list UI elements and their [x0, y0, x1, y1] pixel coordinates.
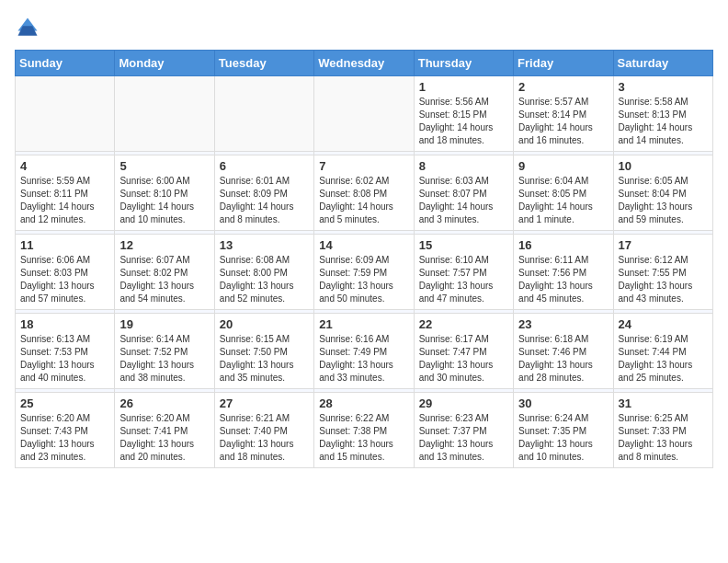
calendar-day-cell: 6Sunrise: 6:01 AMSunset: 8:09 PMDaylight… — [214, 155, 313, 231]
day-info: Sunrise: 5:58 AMSunset: 8:13 PMDaylight:… — [619, 96, 708, 147]
day-number: 14 — [319, 238, 408, 252]
calendar-day-cell: 12Sunrise: 6:07 AMSunset: 8:02 PMDayligh… — [115, 235, 214, 310]
day-info: Sunrise: 6:08 AMSunset: 8:00 PMDaylight:… — [220, 254, 309, 305]
day-number: 15 — [419, 238, 508, 252]
calendar-week-row: 11Sunrise: 6:06 AMSunset: 8:03 PMDayligh… — [16, 235, 713, 310]
day-number: 21 — [319, 317, 408, 331]
day-number: 1 — [419, 80, 508, 94]
logo-icon — [15, 15, 40, 40]
calendar-day-cell: 9Sunrise: 6:04 AMSunset: 8:05 PMDaylight… — [514, 155, 613, 231]
calendar-day-cell — [16, 76, 115, 152]
day-number: 30 — [518, 396, 608, 410]
day-info: Sunrise: 6:24 AMSunset: 7:35 PMDaylight:… — [518, 412, 608, 464]
day-header: Sunday — [16, 51, 115, 76]
day-number: 13 — [220, 238, 309, 252]
day-info: Sunrise: 6:05 AMSunset: 8:04 PMDaylight:… — [619, 175, 708, 226]
calendar-day-cell: 29Sunrise: 6:23 AMSunset: 7:37 PMDayligh… — [414, 393, 513, 468]
day-info: Sunrise: 6:14 AMSunset: 7:52 PMDaylight:… — [119, 333, 209, 385]
calendar-day-cell: 15Sunrise: 6:10 AMSunset: 7:57 PMDayligh… — [414, 235, 513, 310]
day-info: Sunrise: 6:19 AMSunset: 7:44 PMDaylight:… — [619, 333, 708, 385]
day-info: Sunrise: 6:18 AMSunset: 7:46 PMDaylight:… — [518, 333, 608, 385]
day-number: 27 — [220, 396, 309, 410]
day-info: Sunrise: 5:59 AMSunset: 8:11 PMDaylight:… — [20, 175, 109, 226]
day-number: 2 — [518, 80, 608, 94]
day-info: Sunrise: 5:57 AMSunset: 8:14 PMDaylight:… — [518, 96, 608, 147]
calendar-day-cell: 16Sunrise: 6:11 AMSunset: 7:56 PMDayligh… — [514, 235, 613, 310]
day-number: 18 — [20, 317, 109, 331]
day-number: 23 — [518, 317, 608, 331]
calendar-day-cell: 1Sunrise: 5:56 AMSunset: 8:15 PMDaylight… — [414, 76, 513, 152]
calendar-day-cell: 30Sunrise: 6:24 AMSunset: 7:35 PMDayligh… — [514, 393, 613, 468]
day-info: Sunrise: 6:04 AMSunset: 8:05 PMDaylight:… — [518, 175, 608, 226]
day-number: 31 — [619, 396, 708, 410]
day-number: 5 — [119, 159, 209, 173]
calendar-day-cell: 21Sunrise: 6:16 AMSunset: 7:49 PMDayligh… — [314, 314, 414, 389]
day-number: 22 — [419, 317, 508, 331]
calendar-week-row: 4Sunrise: 5:59 AMSunset: 8:11 PMDaylight… — [16, 155, 713, 231]
calendar-day-cell: 11Sunrise: 6:06 AMSunset: 8:03 PMDayligh… — [16, 235, 115, 310]
day-number: 8 — [419, 159, 508, 173]
calendar-day-cell: 14Sunrise: 6:09 AMSunset: 7:59 PMDayligh… — [314, 235, 414, 310]
day-info: Sunrise: 6:10 AMSunset: 7:57 PMDaylight:… — [419, 254, 508, 305]
calendar-day-cell: 25Sunrise: 6:20 AMSunset: 7:43 PMDayligh… — [16, 393, 115, 468]
calendar-day-cell: 18Sunrise: 6:13 AMSunset: 7:53 PMDayligh… — [16, 314, 115, 389]
calendar-table: SundayMondayTuesdayWednesdayThursdayFrid… — [15, 50, 713, 468]
day-number: 6 — [220, 159, 309, 173]
day-info: Sunrise: 6:02 AMSunset: 8:08 PMDaylight:… — [319, 175, 408, 226]
logo — [15, 15, 44, 40]
calendar-day-cell — [314, 76, 414, 152]
calendar-header-row: SundayMondayTuesdayWednesdayThursdayFrid… — [16, 51, 713, 76]
page-header — [15, 15, 713, 40]
calendar-week-row: 1Sunrise: 5:56 AMSunset: 8:15 PMDaylight… — [16, 76, 713, 152]
day-header: Monday — [115, 51, 214, 76]
day-header: Saturday — [613, 51, 712, 76]
day-header: Tuesday — [214, 51, 313, 76]
calendar-day-cell: 4Sunrise: 5:59 AMSunset: 8:11 PMDaylight… — [16, 155, 115, 231]
day-info: Sunrise: 6:17 AMSunset: 7:47 PMDaylight:… — [419, 333, 508, 385]
day-number: 11 — [20, 238, 109, 252]
day-number: 7 — [319, 159, 408, 173]
calendar-week-row: 18Sunrise: 6:13 AMSunset: 7:53 PMDayligh… — [16, 314, 713, 389]
day-number: 9 — [518, 159, 608, 173]
calendar-day-cell: 17Sunrise: 6:12 AMSunset: 7:55 PMDayligh… — [613, 235, 712, 310]
calendar-day-cell — [115, 76, 214, 152]
day-header: Friday — [514, 51, 613, 76]
day-number: 12 — [119, 238, 209, 252]
calendar-day-cell: 26Sunrise: 6:20 AMSunset: 7:41 PMDayligh… — [115, 393, 214, 468]
day-info: Sunrise: 6:20 AMSunset: 7:43 PMDaylight:… — [20, 412, 109, 464]
day-number: 16 — [518, 238, 608, 252]
day-info: Sunrise: 6:11 AMSunset: 7:56 PMDaylight:… — [518, 254, 608, 305]
day-number: 26 — [119, 396, 209, 410]
calendar-day-cell: 22Sunrise: 6:17 AMSunset: 7:47 PMDayligh… — [414, 314, 513, 389]
calendar-day-cell: 3Sunrise: 5:58 AMSunset: 8:13 PMDaylight… — [613, 76, 712, 152]
day-info: Sunrise: 6:20 AMSunset: 7:41 PMDaylight:… — [119, 412, 209, 464]
day-info: Sunrise: 6:03 AMSunset: 8:07 PMDaylight:… — [419, 175, 508, 226]
calendar-day-cell: 13Sunrise: 6:08 AMSunset: 8:00 PMDayligh… — [214, 235, 313, 310]
day-info: Sunrise: 6:01 AMSunset: 8:09 PMDaylight:… — [220, 175, 309, 226]
day-number: 17 — [619, 238, 708, 252]
calendar-day-cell: 5Sunrise: 6:00 AMSunset: 8:10 PMDaylight… — [115, 155, 214, 231]
day-info: Sunrise: 6:00 AMSunset: 8:10 PMDaylight:… — [119, 175, 209, 226]
calendar-day-cell: 23Sunrise: 6:18 AMSunset: 7:46 PMDayligh… — [514, 314, 613, 389]
day-info: Sunrise: 6:22 AMSunset: 7:38 PMDaylight:… — [319, 412, 408, 464]
day-header: Thursday — [414, 51, 513, 76]
day-info: Sunrise: 6:15 AMSunset: 7:50 PMDaylight:… — [220, 333, 309, 385]
day-number: 24 — [619, 317, 708, 331]
day-info: Sunrise: 6:06 AMSunset: 8:03 PMDaylight:… — [20, 254, 109, 305]
day-info: Sunrise: 6:09 AMSunset: 7:59 PMDaylight:… — [319, 254, 408, 305]
calendar-day-cell: 27Sunrise: 6:21 AMSunset: 7:40 PMDayligh… — [214, 393, 313, 468]
day-number: 29 — [419, 396, 508, 410]
calendar-day-cell: 10Sunrise: 6:05 AMSunset: 8:04 PMDayligh… — [613, 155, 712, 231]
day-number: 19 — [119, 317, 209, 331]
calendar-day-cell: 28Sunrise: 6:22 AMSunset: 7:38 PMDayligh… — [314, 393, 414, 468]
day-info: Sunrise: 6:25 AMSunset: 7:33 PMDaylight:… — [619, 412, 708, 464]
day-number: 20 — [220, 317, 309, 331]
calendar-day-cell: 20Sunrise: 6:15 AMSunset: 7:50 PMDayligh… — [214, 314, 313, 389]
calendar-day-cell: 8Sunrise: 6:03 AMSunset: 8:07 PMDaylight… — [414, 155, 513, 231]
day-info: Sunrise: 5:56 AMSunset: 8:15 PMDaylight:… — [419, 96, 508, 147]
day-number: 10 — [619, 159, 708, 173]
calendar-week-row: 25Sunrise: 6:20 AMSunset: 7:43 PMDayligh… — [16, 393, 713, 468]
day-number: 3 — [619, 80, 708, 94]
day-info: Sunrise: 6:07 AMSunset: 8:02 PMDaylight:… — [119, 254, 209, 305]
day-header: Wednesday — [314, 51, 414, 76]
